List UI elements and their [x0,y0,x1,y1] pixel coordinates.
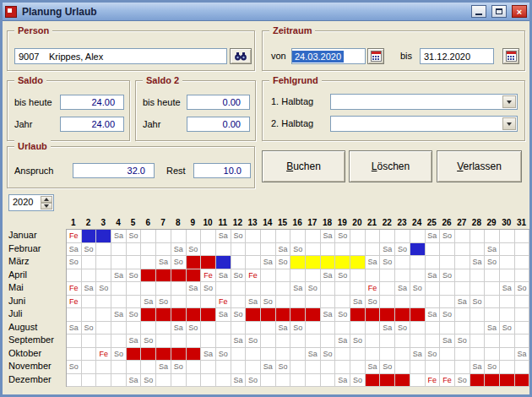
calendar-cell[interactable] [455,348,470,362]
rest-field[interactable]: 10.0 [193,163,251,178]
calendar-cell[interactable] [380,308,395,322]
calendar-cell[interactable] [515,374,530,388]
calendar-cell[interactable] [171,308,187,322]
calendar-cell[interactable] [321,361,336,374]
calendar-cell[interactable] [440,348,455,362]
calendar-cell[interactable]: Sa [395,282,410,296]
calendar-cell[interactable] [335,322,350,335]
calendar-cell[interactable]: Sa [261,256,276,269]
calendar-cell[interactable] [500,334,515,348]
calendar-cell[interactable] [321,322,336,335]
calendar-cell[interactable] [500,256,515,269]
calendar-cell[interactable]: Fe [201,269,216,283]
calendar-cell[interactable] [127,296,142,309]
calendar-cell[interactable] [440,322,455,335]
calendar-cell[interactable] [82,230,97,243]
calendar-cell[interactable]: So [276,256,291,269]
calendar-cell[interactable] [187,334,202,348]
calendar-cell[interactable]: Sa [141,296,156,309]
calendar-cell[interactable] [350,230,366,243]
calendar-cell[interactable]: Sa [276,322,291,335]
calendar-cell[interactable] [410,243,426,257]
calendar-cell[interactable]: Fe [67,296,82,309]
calendar-cell[interactable] [111,282,127,296]
calendar-cell[interactable] [366,308,381,322]
calendar-cell[interactable] [171,230,187,243]
calendar-cell[interactable] [350,256,366,269]
calendar-cell[interactable] [455,243,470,257]
calendar-cell[interactable] [231,348,247,362]
calendar-cell[interactable] [82,269,97,283]
calendar-cell[interactable]: So [67,361,82,374]
calendar-cell[interactable]: Fe [426,374,441,388]
calendar-cell[interactable] [82,361,97,374]
calendar-cell[interactable] [82,296,97,309]
calendar-cell[interactable]: Fe [366,282,381,296]
calendar-cell[interactable] [171,296,187,309]
calendar-cell[interactable] [111,374,127,388]
calendar-cell[interactable] [335,348,350,362]
saldo-bis-heute-field[interactable]: 24.00 [60,95,124,110]
calendar-cell[interactable]: So [455,374,470,388]
calendar-cell[interactable] [455,269,470,283]
calendar-cell[interactable]: So [141,334,156,348]
calendar-cell[interactable] [395,374,410,388]
calendar-cell[interactable]: So [171,256,187,269]
calendar-cell[interactable] [426,296,441,309]
bis-calendar-button[interactable] [502,48,519,64]
calendar-cell[interactable]: So [335,269,350,283]
calendar-cell[interactable] [515,296,530,309]
calendar-cell[interactable] [455,361,470,374]
calendar-cell[interactable]: Sa [216,230,231,243]
calendar-cell[interactable] [141,282,156,296]
calendar-cell[interactable] [231,322,247,335]
calendar-cell[interactable] [96,269,111,283]
calendar-cell[interactable] [111,322,127,335]
saldo-jahr-field[interactable]: 24.00 [60,117,124,132]
calendar-cell[interactable]: Sa [231,334,247,348]
calendar-cell[interactable] [321,334,336,348]
calendar-cell[interactable] [515,243,530,257]
calendar-cell[interactable] [410,374,426,388]
calendar-cell[interactable]: Sa [290,282,306,296]
calendar-cell[interactable] [82,374,97,388]
calendar-cell[interactable]: So [485,361,500,374]
calendar-cell[interactable] [96,374,111,388]
calendar-cell[interactable]: Sa [335,334,350,348]
calendar-cell[interactable] [261,374,276,388]
calendar-cell[interactable] [500,348,515,362]
year-spin-down-button[interactable] [41,203,52,209]
title-bar[interactable]: Planung Urlaub × [3,3,529,21]
calendar-cell[interactable] [485,308,500,322]
calendar-cell[interactable] [290,361,306,374]
calendar-cell[interactable] [290,308,306,322]
calendar-cell[interactable] [246,308,261,322]
calendar-cell[interactable] [366,269,381,283]
calendar-cell[interactable] [246,243,261,257]
calendar-cell[interactable] [350,243,366,257]
calendar-cell[interactable] [335,256,350,269]
calendar-cell[interactable] [290,230,306,243]
calendar-cell[interactable] [380,374,395,388]
calendar-cell[interactable] [231,282,247,296]
calendar-cell[interactable] [201,296,216,309]
calendar-cell[interactable] [141,256,156,269]
calendar-cell[interactable]: So [440,230,455,243]
calendar-cell[interactable] [350,308,366,322]
saldo2-jahr-field[interactable]: 0.00 [187,117,250,132]
calendar-cell[interactable] [261,230,276,243]
calendar-cell[interactable] [500,361,515,374]
calendar-cell[interactable] [261,282,276,296]
calendar-cell[interactable] [455,308,470,322]
calendar-cell[interactable] [440,282,455,296]
calendar-cell[interactable] [350,269,366,283]
calendar-cell[interactable] [141,308,156,322]
calendar-cell[interactable]: So [276,361,291,374]
calendar-cell[interactable] [470,334,486,348]
calendar-cell[interactable]: Sa [380,243,395,257]
calendar-cell[interactable]: So [380,361,395,374]
calendar-cell[interactable] [470,230,486,243]
calendar-cell[interactable]: So [306,282,321,296]
calendar-cell[interactable] [335,243,350,257]
calendar-cell[interactable]: So [500,322,515,335]
